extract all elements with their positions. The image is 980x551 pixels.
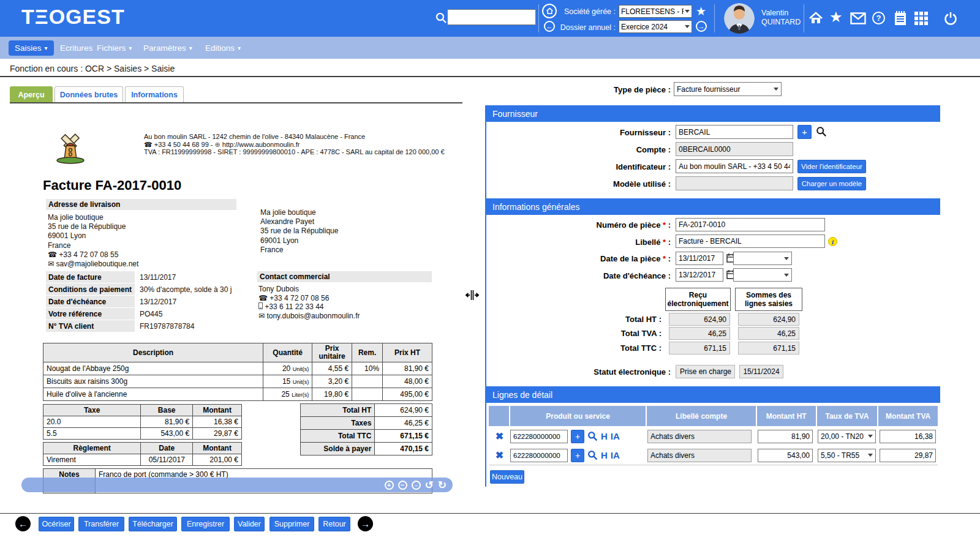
date-piece-select[interactable] xyxy=(733,252,792,265)
charger-modele-button[interactable]: Charger un modèle xyxy=(797,177,866,190)
date-echeance-select[interactable] xyxy=(733,268,792,282)
info-icon[interactable]: i xyxy=(828,237,837,246)
item-price: 4,55 € xyxy=(312,362,352,375)
delete-line-icon[interactable]: ✖ xyxy=(496,450,503,460)
tabs-underline xyxy=(10,102,462,103)
retour-button[interactable]: Retour xyxy=(318,517,350,531)
montant-ht-input[interactable] xyxy=(758,430,813,443)
montant-ht-input[interactable] xyxy=(758,449,813,462)
tab-donnees-brutes[interactable]: Données brutes xyxy=(55,86,123,103)
rotate-right-icon[interactable]: ↻ xyxy=(438,480,447,490)
numero-piece-input[interactable] xyxy=(676,218,825,231)
rotate-left-icon[interactable]: ↺ xyxy=(425,480,434,490)
transferer-button[interactable]: Transférer xyxy=(78,517,124,531)
account-input[interactable] xyxy=(510,430,568,443)
total-value: 624,90 € xyxy=(375,404,432,417)
power-icon[interactable] xyxy=(943,11,958,26)
detail-value: 13/11/2017 xyxy=(135,271,257,283)
taux-tva-select[interactable]: 20,00 - TN20 xyxy=(818,430,876,443)
chevron-down-icon xyxy=(868,435,873,438)
libelle-input[interactable] xyxy=(676,234,825,248)
ia-icon[interactable]: IA xyxy=(611,450,620,460)
search-fournisseur-icon[interactable] xyxy=(816,126,827,137)
montant-tva-input[interactable] xyxy=(880,449,936,462)
col-rem: Rem. xyxy=(352,343,383,362)
montant-tva-input[interactable] xyxy=(880,430,936,443)
recipient-line: 69001 Lyon xyxy=(260,236,338,246)
fournisseur-input[interactable] xyxy=(676,125,793,139)
taux-tva-select[interactable]: 5,50 - TR55 xyxy=(818,449,876,462)
nav-previous-icon[interactable]: ← xyxy=(15,516,31,531)
panel-splitter-cursor[interactable] xyxy=(466,290,479,301)
apps-grid-icon[interactable] xyxy=(914,11,929,26)
globe-icon: ⊕ xyxy=(215,141,221,148)
total-ht-saisies: 624,90 xyxy=(738,313,799,326)
account-input[interactable] xyxy=(510,449,568,462)
detail-label: Conditions de paiement xyxy=(46,283,135,295)
delivery-address-header: Adresse de livraison xyxy=(46,199,236,210)
telecharger-button[interactable]: Télécharger xyxy=(129,517,177,531)
menu-parametres[interactable]: Paramètres▾ xyxy=(137,40,198,56)
nouveau-button[interactable]: Nouveau xyxy=(490,470,524,484)
add-fournisseur-button[interactable]: + xyxy=(797,125,812,139)
add-account-button[interactable]: + xyxy=(571,430,584,443)
contact-mobile: +33 6 11 22 33 44 xyxy=(265,302,323,311)
statut-date: 15/11/2024 xyxy=(739,365,783,378)
next-year-icon[interactable]: → xyxy=(696,21,707,32)
dossier-select[interactable]: Exercice 2024 xyxy=(619,20,692,33)
item-ht: 81,90 € xyxy=(383,362,432,375)
favorite-star-icon[interactable]: ★ xyxy=(696,4,706,18)
zoom-in-icon[interactable]: + xyxy=(385,481,394,490)
notepad-icon[interactable] xyxy=(893,10,908,26)
search-account-icon[interactable] xyxy=(587,450,598,460)
history-icon[interactable]: H xyxy=(601,431,608,441)
enregistrer-button[interactable]: Enregistrer xyxy=(181,517,230,531)
supprimer-button[interactable]: Supprimer xyxy=(270,517,314,531)
fournisseur-label: Fournisseur : xyxy=(527,128,671,137)
home-icon[interactable] xyxy=(809,11,823,26)
type-piece-label: Type de pièce : xyxy=(527,85,671,94)
search-account-icon[interactable] xyxy=(587,431,598,441)
menu-editions[interactable]: Editions▾ xyxy=(199,40,247,56)
section-lignes-header: Lignes de détail xyxy=(485,386,940,403)
avatar[interactable] xyxy=(724,3,755,34)
mail-icon[interactable] xyxy=(850,12,866,24)
contact-block: Tony Dubois ☎ +33 4 72 07 08 56 +33 6 11… xyxy=(258,285,360,320)
contact-name: Tony Dubois xyxy=(258,285,360,294)
valider-button[interactable]: Valider xyxy=(234,517,265,531)
breadcrumb: Fonction en cours : OCR > Saisies > Sais… xyxy=(10,64,175,73)
zoom-fit-icon[interactable]: → xyxy=(412,481,421,490)
societe-select[interactable]: FLOREETSENS - FL xyxy=(619,5,692,18)
zoom-out-icon[interactable]: − xyxy=(398,481,407,490)
statut-electronique-label: Statut électronique : xyxy=(527,367,671,377)
item-ht: 495,00 € xyxy=(383,388,432,401)
add-account-button[interactable]: + xyxy=(571,449,584,462)
search-input[interactable] xyxy=(447,9,536,25)
total-label: Solde à payer xyxy=(301,443,375,455)
nav-next-icon[interactable]: → xyxy=(358,516,373,531)
detail-label: Date d'échéance xyxy=(46,296,135,307)
col-taux-tva: Taux de TVA xyxy=(817,406,878,426)
chevron-down-icon: ▾ xyxy=(45,45,48,51)
windmill-logo xyxy=(54,130,87,165)
col-base: Base xyxy=(141,405,193,416)
menu-fichiers[interactable]: Fichiers▾ xyxy=(91,40,138,56)
menu-saisies[interactable]: Saisies▾ xyxy=(9,40,54,56)
oceriser-button[interactable]: Océriser xyxy=(39,517,74,531)
ia-icon[interactable]: IA xyxy=(611,431,620,441)
help-icon[interactable]: ? xyxy=(872,12,885,24)
date-piece-input[interactable] xyxy=(676,252,723,265)
date-echeance-input[interactable] xyxy=(676,268,723,282)
societe-value: FLOREETSENS - FL xyxy=(621,7,684,16)
vider-identificateur-button[interactable]: Vider l'identificateur xyxy=(797,160,866,173)
delete-line-icon[interactable]: ✖ xyxy=(496,431,503,441)
identificateur-input[interactable] xyxy=(676,159,793,173)
type-piece-select[interactable]: Facture fournisseur xyxy=(674,82,782,96)
chevron-down-icon xyxy=(784,274,789,277)
lignes-table-bottom-border xyxy=(489,465,938,465)
tab-informations[interactable]: Informations xyxy=(125,86,184,103)
favorites-icon[interactable]: ★ xyxy=(829,9,843,26)
col-taxe: Taxe xyxy=(43,405,141,416)
tab-apercu[interactable]: Aperçu xyxy=(10,86,53,103)
history-icon[interactable]: H xyxy=(601,450,608,460)
